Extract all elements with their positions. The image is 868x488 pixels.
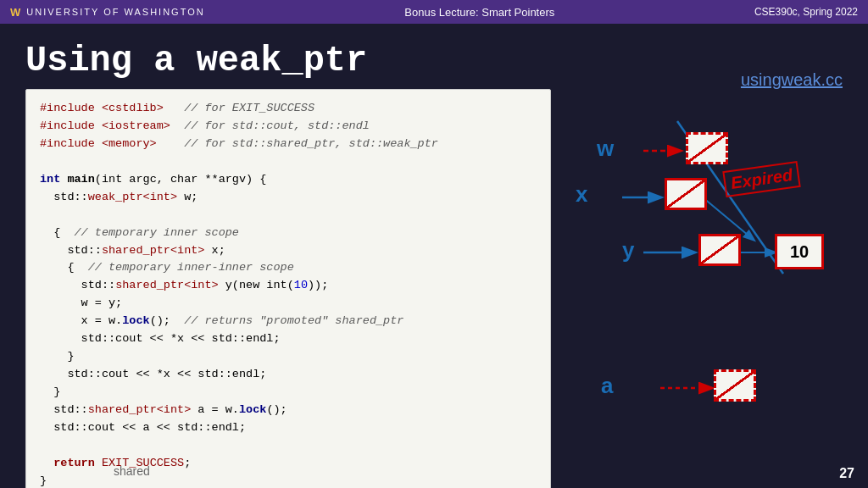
expired-label: Expired: [722, 161, 801, 197]
shared-label: shared: [114, 464, 150, 478]
course-info: CSE390c, Spring 2022: [754, 6, 858, 18]
lecture-title: Bonus Lecture: Smart Pointers: [404, 6, 554, 19]
value-box: 10: [775, 234, 824, 269]
w-label: w: [597, 136, 614, 162]
header: W UNIVERSITY of WASHINGTON Bonus Lecture…: [0, 0, 868, 24]
main-content: Using a weak_ptr usingweak.cc #include <…: [0, 24, 868, 488]
y-ptr-box: [698, 234, 741, 266]
x-ptr-box: [665, 178, 707, 210]
source-link[interactable]: usingweak.cc: [741, 70, 843, 90]
page-number: 27: [839, 466, 854, 481]
diagram: w x y 10 Expired a: [529, 108, 868, 464]
header-left: W UNIVERSITY of WASHINGTON: [10, 6, 205, 19]
a-label: a: [601, 373, 613, 399]
code-block: #include <cstdlib> // for EXIT_SUCCESS #…: [25, 89, 551, 488]
y-label: y: [622, 237, 634, 263]
w-ptr-box: [686, 132, 728, 164]
page-title: Using a weak_ptr: [25, 39, 843, 80]
university-name: UNIVERSITY of WASHINGTON: [26, 7, 204, 17]
x-label: x: [576, 181, 587, 208]
uw-logo: W: [10, 6, 21, 19]
a-ptr-box: [714, 369, 756, 402]
